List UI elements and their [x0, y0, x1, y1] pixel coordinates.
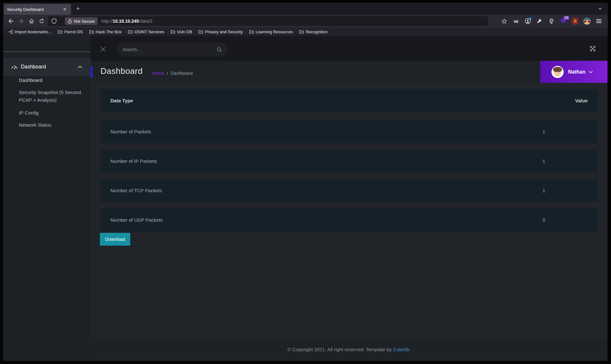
- sidebar-brand-area: [3, 36, 91, 52]
- home-button[interactable]: [26, 17, 36, 26]
- accent-bar: [91, 66, 92, 78]
- chevron-up-icon: [78, 66, 82, 68]
- content-body: Data Type Value Number of Packets 1 Numb…: [91, 83, 607, 338]
- user-agent-extension-icon[interactable]: [583, 17, 591, 26]
- user-name: Nathan: [568, 69, 585, 75]
- table-header-row: Data Type Value: [100, 89, 597, 112]
- url-scheme: http://: [101, 19, 113, 24]
- folder-icon: [198, 30, 203, 34]
- extension-badge: 14: [564, 16, 569, 20]
- not-secure-badge[interactable]: Not Secure: [65, 17, 98, 25]
- url-bar[interactable]: Not Secure http://10.10.10.245/data/2: [48, 16, 488, 26]
- row-value: 0: [543, 217, 597, 223]
- tracking-shield-icon[interactable]: [52, 18, 57, 24]
- bookmark-item[interactable]: Recognition: [297, 29, 330, 35]
- folder-icon: [58, 30, 62, 34]
- breadcrumb: Home/Dashboard: [152, 71, 193, 76]
- bookmark-item[interactable]: Privacy and Security: [196, 29, 245, 35]
- table-row: Number of TCP Packets 1: [100, 179, 597, 202]
- forward-button[interactable]: [16, 17, 26, 26]
- bookmark-item[interactable]: Learning Resources: [247, 29, 295, 35]
- new-tab-button[interactable]: +: [76, 6, 80, 12]
- folder-icon: [249, 30, 254, 34]
- column-header-value: Value: [543, 98, 597, 103]
- sidebar-item-security-snapshot[interactable]: Security Snapshot (5 Second PCAP + Analy…: [19, 89, 81, 104]
- bookmark-item[interactable]: Parrot OS: [55, 29, 85, 35]
- main-content: Dashboard Home/Dashboard Nathan Data Typ…: [91, 36, 607, 361]
- folder-icon: [128, 30, 133, 34]
- sidebar-close-icon[interactable]: [100, 46, 106, 52]
- sidebar-item-dashboard-parent[interactable]: Dashboard: [3, 58, 91, 76]
- row-label: Number of IP Packets: [100, 158, 543, 164]
- extensions-puzzle-icon[interactable]: [547, 17, 556, 26]
- bookmarks-bar: Import bookmarks... Parrot OS Hack The B…: [3, 28, 608, 36]
- breadcrumb-home-link[interactable]: Home: [152, 71, 164, 76]
- navigation-bar: Not Secure http://10.10.10.245/data/2 ∞ …: [3, 15, 608, 28]
- table-row: Number of UDP Packets 0: [100, 209, 597, 231]
- tab-bar: Security Dashboard ✕ +: [3, 3, 608, 15]
- page-viewport: Dashboard Dashboard Security Snapshot (5…: [3, 36, 607, 361]
- sidebar: Dashboard Dashboard Security Snapshot (5…: [3, 36, 91, 361]
- tab-list-chevron-icon[interactable]: [598, 7, 602, 11]
- folder-icon: [89, 30, 94, 34]
- account-icon[interactable]: [523, 17, 532, 26]
- row-value: 1: [543, 158, 597, 164]
- privacy-extension-icon[interactable]: ∞: [511, 17, 520, 26]
- menu-hamburger-icon[interactable]: [594, 17, 603, 26]
- gauge-icon: [11, 64, 18, 69]
- insecure-lock-icon: [68, 19, 72, 23]
- search-icon[interactable]: [217, 47, 222, 52]
- user-menu[interactable]: Nathan: [540, 61, 607, 83]
- column-header-data-type: Data Type: [100, 98, 543, 103]
- table-row: Number of Packets 1: [100, 120, 597, 143]
- url-text[interactable]: http://10.10.10.245/data/2: [101, 19, 153, 24]
- sync-notification-dot: [529, 18, 531, 20]
- fullscreen-expand-icon[interactable]: [590, 45, 596, 52]
- table-row: Number of IP Packets 1: [100, 150, 597, 172]
- tab-close-icon[interactable]: ✕: [61, 7, 68, 12]
- search-input[interactable]: [123, 47, 217, 52]
- row-label: Number of Packets: [100, 129, 543, 134]
- reload-button[interactable]: [36, 17, 47, 26]
- tab-title: Security Dashboard: [7, 7, 61, 12]
- back-button[interactable]: [6, 17, 16, 26]
- row-value: 1: [543, 188, 597, 193]
- bookmark-item[interactable]: Hack The Box: [87, 29, 124, 35]
- sidebar-parent-label: Dashboard: [21, 64, 46, 70]
- copyright-text: © Copyright 2021. All right reserved. Te…: [287, 347, 393, 352]
- row-value: 1: [543, 129, 597, 134]
- script-blocker-extension-icon[interactable]: [571, 17, 580, 26]
- row-label: Number of TCP Packets: [100, 188, 543, 193]
- bookmark-star-icon[interactable]: [500, 17, 509, 26]
- page-title: Dashboard: [100, 66, 143, 76]
- colorlib-link[interactable]: Colorlib: [393, 347, 409, 352]
- avatar: [551, 66, 564, 78]
- sidebar-item-network-status[interactable]: Network Status: [19, 121, 81, 129]
- data-table: Data Type Value Number of Packets 1 Numb…: [100, 89, 597, 231]
- not-secure-label: Not Secure: [74, 19, 95, 24]
- url-host: 10.10.10.245: [113, 19, 139, 24]
- search-box: [117, 43, 228, 57]
- chevron-down-icon: [589, 71, 593, 73]
- import-icon: [8, 30, 13, 34]
- folder-icon: [299, 30, 304, 34]
- page-footer: © Copyright 2021. All right reserved. Te…: [91, 338, 607, 361]
- bookmark-item[interactable]: Import bookmarks...: [6, 29, 54, 35]
- breadcrumb-current: Dashboard: [171, 71, 193, 76]
- download-button[interactable]: Download: [100, 233, 130, 246]
- url-path: /data/2: [139, 19, 153, 24]
- row-label: Number of UDP Packets: [100, 217, 543, 223]
- content-top-bar: [91, 36, 607, 61]
- bookmark-item[interactable]: Vuln DB: [168, 29, 195, 35]
- bookmark-item[interactable]: OSINT Services: [125, 29, 167, 35]
- page-header: Dashboard Home/Dashboard Nathan: [91, 61, 607, 83]
- sidebar-item-ip-config[interactable]: IP Config: [19, 109, 81, 117]
- downloader-extension-icon[interactable]: 14: [559, 17, 568, 26]
- folder-icon: [171, 30, 175, 34]
- developer-wrench-icon[interactable]: [535, 17, 544, 26]
- browser-tab[interactable]: Security Dashboard ✕: [4, 4, 71, 15]
- sidebar-item-dashboard[interactable]: Dashboard: [19, 76, 81, 84]
